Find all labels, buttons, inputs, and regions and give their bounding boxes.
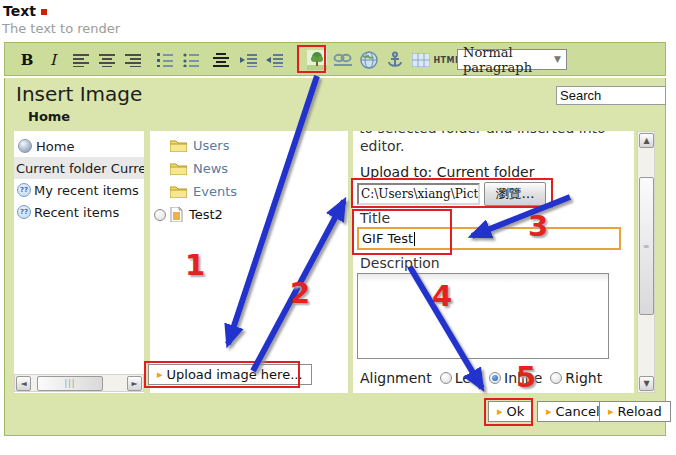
tree-item-label: My recent items [34, 183, 139, 198]
ok-label: Ok [507, 404, 525, 419]
upload-form-panel: to selected folder and inserted into the… [353, 131, 634, 393]
text-caret [414, 232, 415, 246]
paragraph-style-select[interactable]: Normal paragraph ▼ [457, 49, 567, 70]
folder-item-users[interactable]: Users [150, 134, 348, 157]
title-label: Title [360, 210, 390, 226]
cancel-button[interactable]: ▸ Cancel [537, 401, 609, 422]
file-path-input[interactable]: C:\Users\xiang\Pictures\log [357, 183, 480, 205]
scroll-right-button[interactable]: ► [127, 376, 142, 391]
file-item-test2[interactable]: Test2 [150, 203, 348, 226]
tree-item-label: Current folder [16, 161, 107, 176]
alignment-inline-label: Inline [504, 370, 542, 386]
ok-button[interactable]: ▸ Ok [488, 401, 533, 422]
justify-center-button[interactable] [209, 48, 233, 72]
horizontal-scrollbar[interactable]: ◄ ||| ► [14, 374, 144, 392]
tree-item-current-folder[interactable]: Current folder Curren [14, 157, 144, 179]
align-right-button[interactable] [121, 48, 145, 72]
insert-link-button[interactable] [331, 48, 355, 72]
vertical-scrollbar[interactable]: ▲ ≡ ▼ [637, 131, 655, 393]
globe-icon [360, 51, 378, 69]
folder-icon [170, 185, 187, 198]
anchor-icon [386, 51, 404, 69]
folder-icon [170, 162, 187, 175]
alignment-left-radio[interactable] [440, 372, 452, 384]
intro-text: editor. [360, 138, 404, 154]
folder-item-label: Events [193, 184, 237, 199]
description-label: Description [360, 255, 440, 271]
recent-items-icon: ?? [17, 205, 31, 219]
chevron-down-icon: ▼ [551, 53, 564, 66]
insert-link-icon [333, 52, 353, 68]
folder-item-news[interactable]: News [150, 157, 348, 180]
unordered-list-icon [183, 53, 200, 67]
align-center-button[interactable] [95, 48, 119, 72]
upload-image-here-label: Upload image here... [167, 367, 303, 382]
file-icon [170, 207, 183, 222]
scroll-left-button[interactable]: ◄ [16, 376, 31, 391]
align-left-button[interactable] [69, 48, 93, 72]
alignment-right-label: Right [565, 370, 602, 386]
file-radio[interactable] [154, 209, 166, 221]
bold-icon: B [21, 51, 34, 69]
file-item-label: Test2 [189, 207, 223, 222]
folder-item-label: News [193, 161, 228, 176]
align-right-icon [125, 53, 142, 67]
outdent-icon [266, 53, 284, 67]
intro-text-clipped: to selected folder and inserted into the [359, 131, 623, 137]
outdent-button[interactable] [263, 48, 287, 72]
tree-item-home[interactable]: Home [14, 135, 144, 157]
alignment-inline-radio[interactable] [489, 372, 501, 384]
orange-arrow-icon: ▸ [546, 406, 552, 417]
file-path-value: C:\Users\xiang\Pictures\log [361, 187, 480, 201]
folder-list-panel: Users News Events Test2 ▸ Upload image h… [150, 131, 348, 393]
alignment-label: Alignment [360, 370, 432, 386]
folder-tree-panel: Home Current folder Curren ?? My recent … [14, 131, 144, 393]
sphere-icon [18, 139, 32, 153]
italic-icon: I [50, 51, 56, 69]
editor-toolbar: B I [4, 42, 666, 76]
scrollbar-thumb[interactable]: ||| [37, 376, 103, 391]
required-marker-icon [41, 9, 47, 15]
folder-icon [170, 139, 187, 152]
orange-arrow-icon: ▸ [608, 406, 614, 417]
field-header: Text [3, 3, 47, 19]
reload-button[interactable]: ▸ Reload [599, 401, 671, 422]
upload-to-label: Upload to: Current folder [360, 164, 534, 180]
folder-item-events[interactable]: Events [150, 180, 348, 203]
insert-image-button[interactable] [305, 48, 329, 72]
tree-item-label: Home [36, 139, 74, 154]
orange-arrow-icon: ▸ [157, 369, 163, 380]
breadcrumb: Home [28, 109, 70, 124]
scroll-up-button[interactable]: ▲ [639, 133, 654, 148]
alignment-left-label: Left [455, 370, 481, 386]
upload-image-here-button[interactable]: ▸ Upload image here... [148, 364, 312, 385]
scrollbar-thumb[interactable]: ≡ [639, 177, 654, 315]
globe-button[interactable] [357, 48, 381, 72]
align-left-icon [73, 53, 90, 67]
indent-icon [240, 53, 258, 67]
justify-center-icon [213, 53, 230, 67]
insert-image-icon [307, 50, 327, 70]
tree-item-value: Curren [111, 161, 144, 176]
folder-item-label: Users [193, 138, 229, 153]
orange-arrow-icon: ▸ [497, 406, 503, 417]
insert-table-button[interactable] [409, 48, 433, 72]
anchor-button[interactable] [383, 48, 407, 72]
insert-table-icon [412, 53, 430, 67]
tree-item-label: Recent items [34, 205, 119, 220]
title-input[interactable]: GIF Test [357, 227, 621, 250]
bold-button[interactable]: B [15, 48, 39, 72]
search-input[interactable] [556, 86, 666, 105]
italic-button[interactable]: I [41, 48, 65, 72]
tree-item-my-recent-items[interactable]: ?? My recent items [14, 179, 144, 201]
tree-item-recent-items[interactable]: ?? Recent items [14, 201, 144, 223]
alignment-right-radio[interactable] [550, 372, 562, 384]
alignment-row: Alignment Left Inline Right [360, 370, 602, 386]
indent-button[interactable] [237, 48, 261, 72]
align-center-icon [99, 53, 116, 67]
scroll-down-button[interactable]: ▼ [639, 376, 654, 391]
ordered-list-button[interactable] [153, 48, 177, 72]
unordered-list-button[interactable] [179, 48, 203, 72]
description-textarea[interactable] [357, 273, 609, 359]
browse-button[interactable]: 瀏覽… [484, 182, 546, 206]
